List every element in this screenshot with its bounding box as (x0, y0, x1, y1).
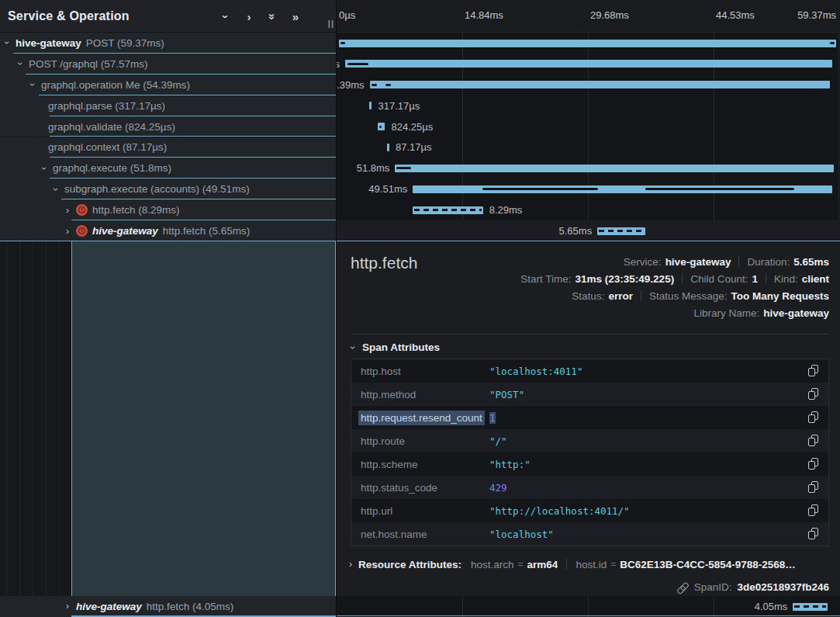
panel-resize-handle[interactable]: || (328, 19, 334, 28)
tree-row[interactable]: ›subgraph.execute (accounts) (49.51ms) (0, 179, 337, 199)
detail-meta-item: Kind:client (774, 273, 829, 285)
detail-meta-item: Start Time:31ms (23:35:49.225) (520, 273, 674, 285)
attribute-value-text: "POST" (489, 389, 524, 400)
attribute-value-text: "http:" (489, 459, 531, 470)
timeline-panel: 59.37ms57.57ms54.39ms317.17µs824.25µs87.… (337, 0, 840, 617)
span-self-time-mark (372, 84, 377, 86)
span-duration-bar[interactable] (378, 123, 385, 130)
error-icon (76, 225, 88, 237)
waterfall-row[interactable]: 5.65ms (337, 220, 840, 241)
span-duration-label: 824.25µs (391, 116, 433, 137)
chevron-right-icon[interactable]: › (64, 206, 71, 215)
tree-row[interactable]: graphql.parse (317.17µs) (0, 95, 337, 116)
chevron-down-icon[interactable]: › (40, 165, 49, 172)
span-duration-bar[interactable] (597, 227, 645, 235)
copy-button[interactable] (808, 481, 819, 494)
tree-row[interactable]: graphql.context (87.17µs) (0, 137, 337, 158)
tree-row[interactable]: ›graphql.execute (51.8ms) (0, 158, 337, 179)
attribute-key: http.status_code (351, 482, 489, 494)
bottom-row-border (71, 615, 840, 616)
tree-row[interactable]: ›hive-gatewayPOST (59.37ms) (0, 33, 337, 54)
chevron-down-icon[interactable]: › (2, 39, 12, 47)
copy-button[interactable] (808, 365, 819, 377)
error-icon-ring (78, 227, 86, 235)
span-self-time-mark (830, 42, 834, 44)
tree-header: Service & Operation (0, 0, 337, 33)
resource-value: BC62E13B-C4CC-5854-9788-2568… (620, 559, 796, 570)
waterfall-row[interactable]: 4.05ms (337, 596, 840, 617)
span-duration-bar[interactable] (413, 206, 482, 214)
error-icon (76, 204, 88, 216)
attribute-value: 1 (489, 412, 496, 424)
meta-divider (682, 273, 683, 284)
chevron-down-icon[interactable]: › (348, 344, 358, 352)
chevron-down-icon[interactable]: › (16, 60, 25, 68)
error-icon-ring (78, 206, 86, 214)
operation-name: graphql.execute (51.8ms) (53, 162, 171, 174)
resource-attributes-row[interactable]: › Resource Attributes: host.arch=arm64ho… (349, 555, 829, 574)
tree-row[interactable]: graphql.validate (824.25µs) (0, 116, 337, 137)
chevron-down-icon[interactable]: › (51, 185, 60, 193)
span-duration-bar[interactable] (395, 165, 833, 172)
panel-divider[interactable] (336, 0, 337, 617)
span-duration-bar[interactable] (345, 60, 832, 68)
span-duration-bar[interactable] (413, 185, 831, 193)
resource-key: host.id (576, 559, 607, 570)
waterfall-row[interactable]: 317.17µs (337, 95, 840, 116)
chevron-right-icon[interactable]: › (64, 601, 71, 611)
tree-row[interactable]: ›hive-gatewayhttp.fetch (4.05ms) (0, 596, 337, 617)
collapse-one-icon[interactable] (220, 10, 231, 23)
copy-button[interactable] (808, 504, 819, 517)
chevron-right-icon[interactable]: › (64, 227, 71, 236)
span-duration-bar[interactable] (339, 40, 836, 47)
tree-row[interactable]: ›POST /graphql (57.57ms) (0, 54, 337, 75)
waterfall-row[interactable]: 49.51ms (337, 179, 840, 199)
collapse-all-icon[interactable] (267, 10, 278, 23)
meta-value: 31ms (23:35:49.225) (576, 273, 675, 285)
span-bar-stripes (599, 230, 644, 232)
span-duration-bar[interactable] (370, 81, 831, 88)
tree-row-content: graphql.parse (317.17µs) (0, 95, 337, 116)
copy-button[interactable] (808, 528, 819, 540)
timeline-tick-label: 14.84ms (465, 9, 503, 21)
waterfall-row[interactable]: 54.39ms (337, 75, 840, 95)
waterfall-row[interactable]: 8.29ms (337, 199, 840, 220)
waterfall-row[interactable]: 87.17µs (337, 137, 840, 158)
chevron-right-icon[interactable]: › (349, 559, 352, 570)
attribute-value-text: "http://localhost:4011/" (489, 505, 630, 517)
span-duration-bar[interactable] (369, 102, 372, 109)
waterfall-row[interactable]: 59.37ms (337, 33, 840, 54)
tree-row[interactable]: ›http.fetch (8.29ms) (0, 199, 337, 220)
attribute-value: "localhost" (489, 529, 554, 540)
copy-button[interactable] (808, 435, 819, 447)
span-duration-bar[interactable] (793, 603, 827, 611)
waterfall-row[interactable]: 51.8ms (337, 158, 840, 179)
copy-button[interactable] (808, 411, 819, 424)
meta-label: Kind: (774, 273, 798, 285)
copy-button[interactable] (808, 388, 819, 400)
copy-button[interactable] (808, 458, 819, 470)
meta-value: Too Many Requests (731, 290, 829, 302)
waterfall-row[interactable]: 57.57ms (337, 54, 840, 75)
operation-name: graphql.context (87.17µs) (48, 141, 167, 153)
span-self-time-mark (340, 42, 345, 44)
span-attributes-header[interactable]: › Span Attributes (349, 341, 440, 353)
link-icon[interactable] (675, 578, 691, 594)
attribute-row: http.url"http://localhost:4011/" (351, 499, 828, 522)
attribute-value-text: "/" (489, 435, 507, 447)
copy-icon (808, 388, 819, 400)
tree-row[interactable]: ›hive-gatewayhttp.fetch (5.65ms) (0, 220, 337, 241)
attribute-key-text: net.host.name (361, 529, 427, 540)
span-duration-bar[interactable] (387, 144, 389, 151)
tree-row[interactable]: ›graphql.operation Me (54.39ms) (0, 75, 337, 95)
chevron-down-icon[interactable]: › (28, 81, 37, 88)
waterfall-row[interactable]: 824.25µs (337, 116, 840, 137)
tree-row-content: ›graphql.execute (51.8ms) (0, 158, 337, 179)
timeline-tick-label: 59.37ms (797, 9, 836, 21)
expand-one-icon[interactable] (244, 10, 254, 23)
attribute-row: http.request.resend_count1 (351, 406, 828, 429)
tree-row-content: ›http.fetch (8.29ms) (0, 199, 337, 220)
expand-all-icon[interactable] (290, 10, 301, 23)
service-name: hive-gateway (16, 37, 81, 49)
meta-label: Status: (572, 290, 604, 302)
